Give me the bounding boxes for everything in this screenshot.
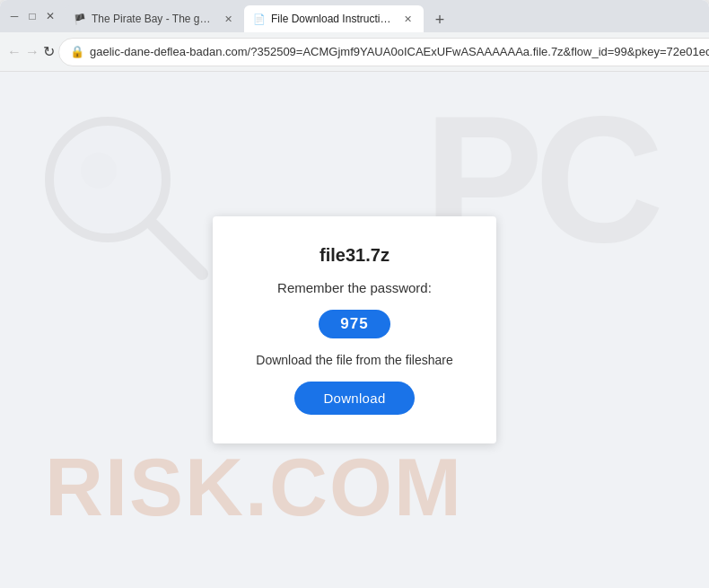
password-label: Remember the password:: [277, 280, 432, 295]
svg-point-1: [81, 153, 117, 189]
tab-piratebay-close[interactable]: ✕: [221, 12, 235, 26]
secure-icon: 🔒: [70, 45, 84, 58]
tab-piratebay[interactable]: 🏴 The Pirate Bay - The galaxy's m... ✕: [65, 5, 244, 32]
forward-button[interactable]: →: [25, 38, 39, 66]
download-button[interactable]: Download: [294, 382, 414, 415]
reload-button[interactable]: ↻: [43, 38, 55, 66]
tab-piratebay-label: The Pirate Bay - The galaxy's m...: [92, 13, 215, 25]
address-bar[interactable]: 🔒 gaelic-dane-deflea-badan.com/?352509=A…: [58, 38, 709, 66]
close-button[interactable]: ✕: [43, 9, 57, 23]
window-controls: ─ □ ✕: [7, 9, 57, 23]
tab-download-instructions[interactable]: 📄 File Download Instructions for ... ✕: [244, 5, 424, 32]
reload-icon: ↻: [43, 43, 55, 60]
page-content: PC RISK.COM file31.7z Remember the passw…: [0, 72, 709, 588]
back-button[interactable]: ←: [7, 38, 22, 66]
svg-line-2: [153, 224, 202, 274]
tab-download-close[interactable]: ✕: [400, 12, 415, 26]
magnifier-watermark: [36, 108, 215, 287]
svg-point-0: [49, 121, 166, 238]
maximize-button[interactable]: □: [25, 9, 39, 23]
modal-card: file31.7z Remember the password: 975 Dow…: [213, 216, 495, 443]
filename-title: file31.7z: [319, 245, 390, 266]
title-bar: ─ □ ✕ 🏴 The Pirate Bay - The galaxy's m.…: [0, 0, 709, 32]
tab-download-icon: 📄: [253, 13, 266, 25]
forward-icon: →: [25, 44, 39, 60]
toolbar: ← → ↻ 🔒 gaelic-dane-deflea-badan.com/?35…: [0, 32, 709, 72]
back-icon: ←: [7, 44, 22, 60]
tab-download-label: File Download Instructions for ...: [271, 13, 395, 25]
browser-window: ─ □ ✕ 🏴 The Pirate Bay - The galaxy's m.…: [0, 0, 709, 588]
tabs-bar: 🏴 The Pirate Bay - The galaxy's m... ✕ 📄…: [65, 0, 702, 32]
risk-watermark: RISK.COM: [45, 442, 463, 534]
fileshare-text: Download the file from the fileshare: [256, 353, 452, 367]
tab-piratebay-icon: 🏴: [74, 13, 86, 25]
url-text: gaelic-dane-deflea-badan.com/?352509=ACM…: [90, 45, 709, 58]
password-badge: 975: [319, 310, 390, 338]
minimize-button[interactable]: ─: [7, 9, 22, 23]
new-tab-button[interactable]: +: [427, 7, 452, 32]
